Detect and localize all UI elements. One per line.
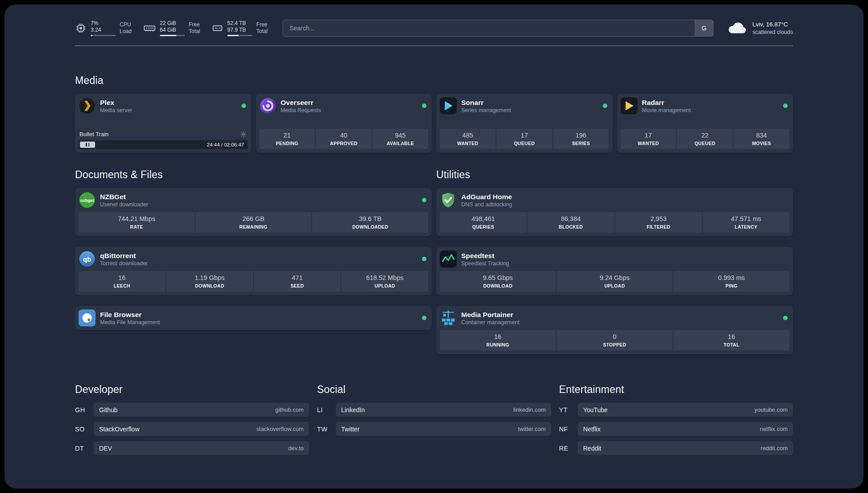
section-developer: Developer GH Github github.com SO StackO… <box>75 384 309 455</box>
stat-remaining: 266 GB REMAINING <box>196 212 312 233</box>
service-subtitle: Media File Management <box>100 319 160 326</box>
service-card-filebrowser[interactable]: File Browser Media File Management <box>75 306 432 330</box>
stat-pending: 21 PENDING <box>259 129 315 149</box>
stat-queued: 17 QUEUED <box>497 129 552 149</box>
memory-total: 64 GiB <box>160 27 185 33</box>
service-subtitle: Speedtest Tracking <box>461 260 509 267</box>
cpu-usage-bar <box>91 35 116 36</box>
service-name: File Browser <box>100 310 160 319</box>
bookmark-abbr: LI <box>317 406 331 414</box>
service-card-plex[interactable]: Plex Media server Bullet Train <box>75 94 251 153</box>
search-provider-button[interactable]: G <box>695 20 714 37</box>
service-name: AdGuard Home <box>461 192 512 201</box>
disk-icon <box>212 22 223 34</box>
service-stats: 498,461 QUERIES 86,384 BLOCKED 2,953 FIL… <box>440 212 789 233</box>
status-dot <box>422 198 426 202</box>
service-subtitle: Container management <box>461 319 520 326</box>
gear-icon[interactable] <box>240 131 247 138</box>
disk-total: 97.9 TB <box>227 27 252 33</box>
weather-text: Lviv, 16.87°C scattered clouds <box>752 21 793 36</box>
memory-values: 22 GiB 64 GiB <box>160 20 185 36</box>
playback-time: 24:44 / 02:06:47 <box>207 142 244 147</box>
svg-text:qb: qb <box>83 255 91 263</box>
bookmark-url: github.com <box>275 406 304 413</box>
service-card-adguard[interactable]: AdGuard Home DNS and adblocking 498,461 … <box>436 188 793 236</box>
section-title-entertainment: Entertainment <box>559 384 793 396</box>
memory-usage-bar <box>160 35 185 36</box>
bookmark-abbr: SO <box>75 426 89 433</box>
sonarr-icon <box>440 97 457 114</box>
disk-free: 52.4 TB <box>227 20 252 27</box>
service-stats: 485 WANTED 17 QUEUED 196 SERIES <box>440 129 609 149</box>
playback-progress-bar[interactable]: 24:44 / 02:06:47 <box>79 140 248 149</box>
service-card-speedtest[interactable]: Speedtest Speedtest Tracking 9.65 Gbps D… <box>436 247 793 295</box>
topbar-divider <box>75 46 793 46</box>
section-documents: Documents & Files nzbget <box>75 169 432 330</box>
service-stats: 744.21 Mbps RATE 266 GB REMAINING 39.6 T… <box>79 212 428 233</box>
service-subtitle: Series management <box>461 107 511 114</box>
bookmark-name: Netflix <box>583 426 601 433</box>
service-name: Overseerr <box>281 98 321 107</box>
plex-now-playing-widget: Bullet Train 24:44 / 02:06:47 <box>79 131 248 149</box>
stat-queries: 498,461 QUERIES <box>440 212 526 233</box>
qbittorrent-icon: qb <box>79 251 96 267</box>
section-utilities: Utilities <box>436 169 793 354</box>
stat-series: 196 SERIES <box>553 129 609 149</box>
service-subtitle: Media Requests <box>281 107 321 114</box>
overseerr-icon <box>259 97 276 114</box>
service-name: Speedtest <box>461 251 509 260</box>
bookmark-linkedin[interactable]: LI LinkedIn linkedin.com <box>317 403 551 417</box>
stat-upload: 618.52 Mbps UPLOAD <box>342 271 428 292</box>
bookmark-dev[interactable]: DT DEV dev.to <box>75 441 309 455</box>
bookmark-abbr: DT <box>75 445 89 452</box>
status-dot <box>783 316 788 320</box>
pause-icon[interactable] <box>80 142 95 148</box>
resource-memory: 22 GiB 64 GiB Free Total <box>143 20 200 36</box>
portainer-crane-icon <box>440 309 457 326</box>
service-card-overseerr[interactable]: Overseerr Media Requests 21 PENDING 40 A… <box>256 94 432 153</box>
bookmark-url: dev.to <box>288 445 304 451</box>
section-media: Media Plex Media server <box>75 75 793 153</box>
section-title-developer: Developer <box>75 384 309 396</box>
bookmark-url: youtube.com <box>755 406 788 413</box>
service-card-radarr[interactable]: Radarr Movie management 17 WANTED 22 QUE… <box>617 94 793 153</box>
service-subtitle: DNS and adblocking <box>461 201 512 208</box>
bookmark-abbr: TW <box>317 426 331 433</box>
disk-labels: Free Total <box>256 21 267 35</box>
search-bar: G <box>283 20 714 37</box>
weather-widget[interactable]: Lviv, 16.87°C scattered clouds <box>727 20 793 36</box>
resource-disk: 52.4 TB 97.9 TB Free Total <box>212 20 267 36</box>
bookmark-netflix[interactable]: NF Netflix netflix.com <box>559 422 793 436</box>
bookmark-abbr: YT <box>559 406 573 414</box>
service-stats: 16 RUNNING 0 STOPPED 16 TOTAL <box>440 330 789 351</box>
bookmark-github[interactable]: GH Github github.com <box>75 403 309 417</box>
stat-available: 945 AVAILABLE <box>372 129 428 149</box>
bookmark-name: Twitter <box>341 426 359 433</box>
service-subtitle: Media server <box>100 107 132 114</box>
service-card-sonarr[interactable]: Sonarr Series management 485 WANTED 17 Q… <box>436 94 613 153</box>
section-title-documents: Documents & Files <box>75 169 432 181</box>
bookmark-stackoverflow[interactable]: SO StackOverflow stackoverflow.com <box>75 422 309 436</box>
service-name: Media Portainer <box>461 310 520 319</box>
radarr-icon <box>621 97 638 114</box>
service-stats: 21 PENDING 40 APPROVED 945 AVAILABLE <box>259 129 429 149</box>
cpu-percent: 7% <box>91 20 116 27</box>
service-card-portainer[interactable]: Media Portainer Container management 16 … <box>436 306 793 354</box>
bookmark-name: Reddit <box>583 445 601 452</box>
bookmark-twitter[interactable]: TW Twitter twitter.com <box>317 422 551 436</box>
stat-rate: 744.21 Mbps RATE <box>79 212 195 233</box>
bookmark-youtube[interactable]: YT YouTube youtube.com <box>559 403 793 417</box>
service-card-nzbget[interactable]: nzbget NZBGet Usenet downloader 74 <box>75 188 432 236</box>
stat-wanted: 17 WANTED <box>621 129 676 149</box>
service-name: Sonarr <box>461 98 511 107</box>
stat-filtered: 2,953 FILTERED <box>615 212 702 233</box>
disk-usage-bar <box>227 35 252 36</box>
cpu-values: 7% 3.24 <box>91 20 116 36</box>
service-name: Plex <box>100 98 132 107</box>
bookmark-reddit[interactable]: RE Reddit reddit.com <box>559 441 793 455</box>
search-input[interactable] <box>283 20 714 37</box>
service-card-qbittorrent[interactable]: qb qBittorrent Torrent downloader <box>75 247 432 295</box>
status-dot <box>242 104 246 108</box>
bookmark-url: twitter.com <box>518 426 546 432</box>
stat-ping: 0.993 ms PING <box>673 271 789 292</box>
